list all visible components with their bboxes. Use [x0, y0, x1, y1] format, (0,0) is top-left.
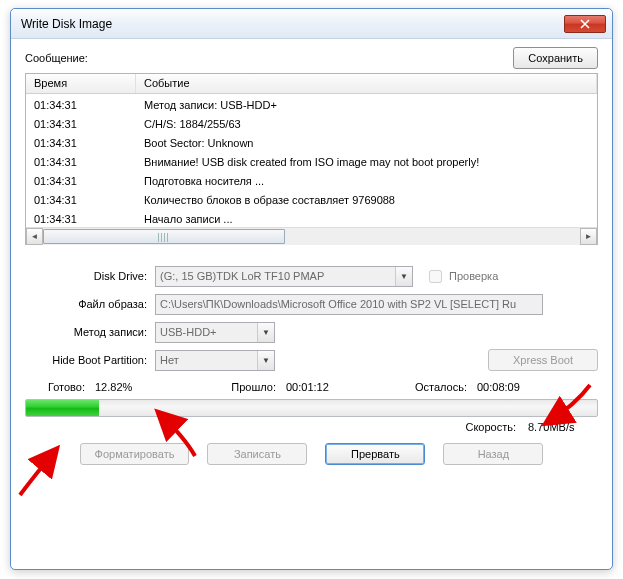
scroll-track[interactable]: [43, 228, 580, 245]
xpress-boot-button: Xpress Boot: [488, 349, 598, 371]
log-time: 01:34:31: [34, 97, 144, 114]
log-box: Время Событие 01:34:31Метод записи: USB-…: [25, 73, 598, 245]
log-row[interactable]: 01:34:31Метод записи: USB-HDD+: [26, 96, 597, 115]
log-row[interactable]: 01:34:31Boot Sector: Unknown: [26, 134, 597, 153]
write-disk-image-window: Write Disk Image Сообщение: Сохранить Вр…: [10, 8, 613, 570]
button-row: Форматировать Записать Прервать Назад: [25, 443, 598, 465]
log-time: 01:34:31: [34, 192, 144, 209]
disk-drive-row: Disk Drive: (G:, 15 GB)TDK LoR TF10 PMAP…: [25, 265, 598, 287]
remain-value: 00:08:09: [477, 381, 520, 393]
speed-value: 8.70MB/s: [528, 421, 598, 433]
write-method-value: USB-HDD+: [160, 326, 217, 338]
log-row[interactable]: 01:34:31Начало записи ...: [26, 210, 597, 227]
verify-checkbox-label: Проверка: [449, 270, 498, 282]
window-title: Write Disk Image: [21, 17, 564, 31]
log-event: Внимание! USB disk created from ISO imag…: [144, 154, 589, 171]
write-method-row: Метод записи: USB-HDD+ ▼: [25, 321, 598, 343]
image-file-field: C:\Users\ПК\Downloads\Microsoft Office 2…: [155, 294, 543, 315]
close-icon: [580, 19, 590, 29]
log-event: Подготовка носителя ...: [144, 173, 589, 190]
status-row: Готово: 12.82% Прошло: 00:01:12 Осталось…: [25, 381, 598, 393]
progress-fill: [26, 400, 99, 416]
log-time: 01:34:31: [34, 211, 144, 227]
log-time: 01:34:31: [34, 154, 144, 171]
log-row[interactable]: 01:34:31Количество блоков в образе соста…: [26, 191, 597, 210]
log-event: C/H/S: 1884/255/63: [144, 116, 589, 133]
log-header-event[interactable]: Событие: [136, 74, 597, 93]
hide-boot-row: Hide Boot Partition: Нет ▼ Xpress Boot: [25, 349, 598, 371]
log-body: 01:34:31Метод записи: USB-HDD+01:34:31C/…: [26, 94, 597, 227]
write-method-combo[interactable]: USB-HDD+ ▼: [155, 322, 275, 343]
log-time: 01:34:31: [34, 116, 144, 133]
disk-drive-combo[interactable]: (G:, 15 GB)TDK LoR TF10 PMAP ▼: [155, 266, 413, 287]
speed-label: Скорость:: [465, 421, 528, 433]
close-button[interactable]: [564, 15, 606, 33]
done-value: 12.82%: [95, 381, 132, 393]
scroll-right-button[interactable]: ►: [580, 228, 597, 245]
hide-boot-label: Hide Boot Partition:: [25, 354, 155, 366]
remain-label: Осталось:: [407, 381, 477, 393]
log-row[interactable]: 01:34:31C/H/S: 1884/255/63: [26, 115, 597, 134]
done-label: Готово:: [25, 381, 95, 393]
window-body: Сообщение: Сохранить Время Событие 01:34…: [11, 39, 612, 477]
write-method-label: Метод записи:: [25, 326, 155, 338]
scroll-left-button[interactable]: ◄: [26, 228, 43, 245]
speed-row: Скорость: 8.70MB/s: [25, 421, 598, 433]
log-event: Метод записи: USB-HDD+: [144, 97, 589, 114]
disk-drive-label: Disk Drive:: [25, 270, 155, 282]
titlebar: Write Disk Image: [11, 9, 612, 39]
message-row: Сообщение: Сохранить: [25, 47, 598, 69]
log-row[interactable]: 01:34:31Подготовка носителя ...: [26, 172, 597, 191]
chevron-down-icon: ▼: [395, 267, 412, 286]
horizontal-scrollbar[interactable]: ◄ ►: [26, 227, 597, 244]
verify-checkbox[interactable]: Проверка: [425, 267, 498, 286]
hide-boot-combo[interactable]: Нет ▼: [155, 350, 275, 371]
log-header: Время Событие: [26, 74, 597, 94]
chevron-down-icon: ▼: [257, 323, 274, 342]
elapsed-label: Прошло:: [216, 381, 286, 393]
hide-boot-value: Нет: [160, 354, 179, 366]
log-time: 01:34:31: [34, 173, 144, 190]
abort-button[interactable]: Прервать: [325, 443, 425, 465]
image-file-row: Файл образа: C:\Users\ПК\Downloads\Micro…: [25, 293, 598, 315]
message-label: Сообщение:: [25, 52, 513, 64]
log-time: 01:34:31: [34, 135, 144, 152]
disk-drive-value: (G:, 15 GB)TDK LoR TF10 PMAP: [160, 270, 324, 282]
verify-checkbox-input[interactable]: [429, 270, 442, 283]
log-event: Boot Sector: Unknown: [144, 135, 589, 152]
log-event: Количество блоков в образе составляет 97…: [144, 192, 589, 209]
chevron-down-icon: ▼: [257, 351, 274, 370]
save-button[interactable]: Сохранить: [513, 47, 598, 69]
log-event: Начало записи ...: [144, 211, 589, 227]
log-row[interactable]: 01:34:31Внимание! USB disk created from …: [26, 153, 597, 172]
back-button: Назад: [443, 443, 543, 465]
write-button: Записать: [207, 443, 307, 465]
scroll-thumb[interactable]: [43, 229, 285, 244]
log-header-time[interactable]: Время: [26, 74, 136, 93]
format-button: Форматировать: [80, 443, 190, 465]
image-file-label: Файл образа:: [25, 298, 155, 310]
image-file-value: C:\Users\ПК\Downloads\Microsoft Office 2…: [160, 298, 516, 310]
progress-bar: [25, 399, 598, 417]
elapsed-value: 00:01:12: [286, 381, 329, 393]
